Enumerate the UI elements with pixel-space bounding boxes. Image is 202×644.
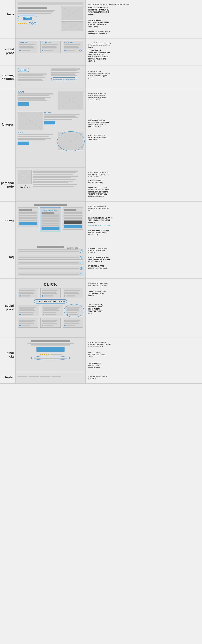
pn-line4 (33, 176, 78, 177)
footer-link2 (29, 376, 39, 377)
sp2-c2 (40, 318, 60, 328)
f3-cta-button[interactable] (18, 142, 29, 145)
faq-item-2[interactable]: + (18, 255, 83, 260)
love-oval: WOW PEOPLE REALLY LOVE THIS <3 (34, 299, 67, 304)
faq-plus-5[interactable]: + (80, 273, 82, 276)
f3-line4 (18, 139, 45, 140)
social-proof-section-1: socialproof TESTIMONIAL TESTIMONIAL (0, 38, 202, 66)
faq-item-4[interactable]: + (18, 266, 83, 271)
pn-line7 (33, 180, 73, 182)
sp2-b2-l3 (43, 310, 59, 311)
sp2-t2-dot (42, 295, 43, 297)
sp2-b1-l1 (19, 307, 36, 308)
tl1-line3 (19, 47, 34, 48)
testimonial-1: TESTIMONIAL (18, 40, 38, 53)
pricing-wireframe: POPULAR OPTION (16, 202, 85, 244)
sp2-b3-l4 (66, 312, 77, 313)
footer-link4 (51, 376, 61, 377)
f1-line2 (18, 95, 49, 96)
sp2-t2-l3 (42, 293, 57, 294)
sp2-c3-dot (64, 325, 65, 326)
sp2-t2-l2 (42, 292, 56, 293)
sp2-t1-l1 (19, 290, 35, 291)
faq-plus-3[interactable]: + (80, 262, 82, 264)
sp2-b3-l1 (66, 307, 80, 308)
sp2-c2-name (44, 325, 53, 326)
social-proof-wireframe-1: TESTIMONIAL TESTIMONIAL (16, 38, 85, 66)
feature-3-image (58, 132, 83, 150)
sp2-b1-l4 (19, 312, 34, 313)
sp2-t3-l2 (64, 292, 78, 293)
faq-q3 (19, 262, 79, 264)
hero-section: hero ONE MAINCTA BUTTON ★★★★★ (0, 0, 202, 38)
pn-line3 (33, 174, 73, 175)
res-line2 (51, 70, 77, 71)
pc1-btn-wrap (19, 222, 37, 226)
testimonial-2: TESTIMONIAL (40, 40, 60, 53)
hero-annot-3: ADD PICTURES OFCUSTOMERS (BONUS POINTSIF… (88, 20, 199, 28)
feature-3-text: FEATURE (18, 132, 57, 146)
fcta-button[interactable] (37, 347, 64, 352)
down-arrow-icon (78, 250, 80, 251)
pc1-line2 (19, 213, 37, 214)
pn-line6 (33, 179, 76, 180)
problem-solution-content: PROBLEMS → RESULTS AFTER USING (18, 68, 83, 86)
f1-btn-wrap (18, 102, 57, 106)
testimonial-label-2: TESTIMONIAL (42, 42, 59, 44)
tl1-line2 (19, 46, 33, 47)
pc1-line5 (19, 218, 37, 220)
fcta-annot-2: FINAL CTA HAS ADIFFERENT TITLE THANABOVE (88, 352, 199, 358)
faq-plus-2[interactable]: + (80, 256, 82, 258)
footer-annotations: add links that visitors could besearchin… (85, 372, 202, 383)
feat-annot-3: USE SCREENSHOTS THATHIGHLIGHT MAIN BENEF… (88, 134, 199, 141)
faq-annot-3: IF NOT SURE WHAT TOADD, ASK FOR FEEDBACK… (88, 265, 199, 269)
results-label: RESULTS AFTER USING YOUR PRODUCT (53, 79, 75, 80)
fcta-annot-3: YOU CAN REPEATURGENCY (TIMELIMITED OFFER… (88, 362, 199, 368)
footer-link3 (40, 376, 50, 377)
faq-plus-1[interactable]: + (80, 250, 82, 253)
pr-annot-standout: ONE OF OPTIONS STAND OUT (88, 225, 199, 227)
feature-3-label: FEATURE (18, 132, 57, 134)
faq-annot-2: EXPLAIN THE PARTS OF YOURSOLUTION THAT M… (88, 256, 199, 263)
problems-col: PROBLEMS → (18, 68, 50, 86)
pc3-btn2-wrap (64, 225, 82, 228)
f1-cta-button[interactable] (18, 102, 29, 106)
sp2-b1-l3 (19, 310, 35, 311)
title-line (18, 7, 47, 9)
final-cta-section: finalcta ★★★★★ add one last call to acti… (0, 338, 202, 372)
f2-cta-button[interactable] (44, 121, 55, 124)
faq-item-5[interactable]: + (18, 272, 83, 276)
cta-button-label[interactable]: ONE MAINCTA BUTTON (23, 17, 32, 20)
pc2-button[interactable] (42, 227, 59, 230)
stars-row: ★★★★★ (18, 22, 59, 24)
faq-item-3[interactable]: + (18, 261, 83, 265)
tl2-avatar (42, 50, 43, 51)
social-proof-label-1: socialproof (0, 38, 16, 63)
sp2-b3-l2 (66, 308, 78, 310)
tl2-name (44, 50, 53, 51)
click-to-open-label: CLICK TO OPEN (67, 247, 79, 249)
testimonials-row: TESTIMONIAL TESTIMONIAL (18, 40, 83, 53)
pc2-line5 (42, 221, 59, 222)
pc1-button[interactable] (19, 222, 37, 225)
nav-bar (18, 2, 83, 5)
faq-item-1[interactable]: + CLICK TO OPEN (18, 250, 83, 254)
features-section: features FEATURE (0, 89, 202, 168)
faq-plus-4[interactable]: + (80, 267, 82, 270)
desc-line3 (18, 13, 51, 14)
sp2-t1-dot (19, 295, 21, 297)
sp2-c3-l2 (64, 321, 78, 322)
sp2-b1-l2 (19, 308, 34, 310)
testimonial-label-3: TESTIMONIAL (64, 42, 82, 44)
f1-line1 (18, 94, 53, 94)
pc3-button[interactable] (64, 220, 82, 224)
problem-solution-annotations: show the before-aftertransformation, men… (85, 66, 202, 89)
sp2-b3-l3 (66, 310, 79, 311)
pc3-button-2[interactable] (64, 225, 82, 228)
res-line4 (51, 74, 75, 74)
final-cta-annotations: add one last call to action, toconvert t… (85, 338, 202, 372)
sp2-t2-l1 (42, 290, 57, 291)
personal-photo (18, 170, 32, 184)
cta-button-outline[interactable]: ONE MAINCTA BUTTON (18, 16, 37, 21)
feature-2-image (18, 112, 43, 130)
